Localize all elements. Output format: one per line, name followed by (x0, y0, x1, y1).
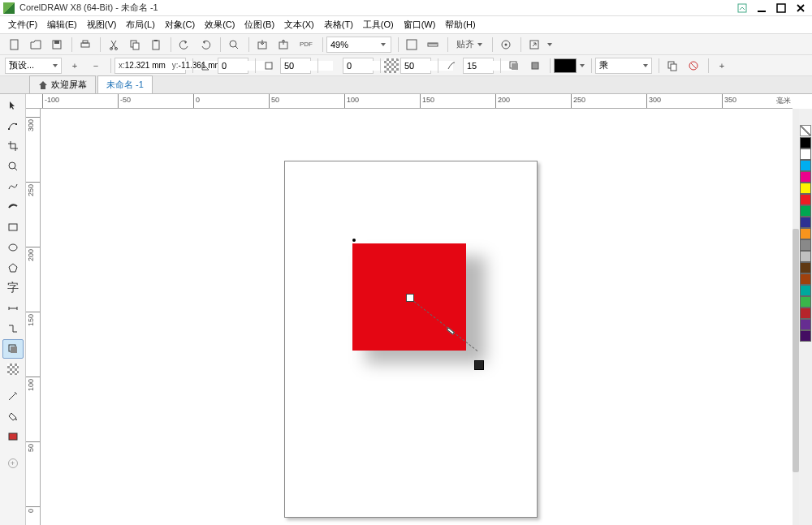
freehand-tool[interactable] (2, 177, 24, 196)
copy-shadow-button[interactable] (663, 57, 682, 75)
menu-table[interactable]: 表格(T) (319, 17, 358, 32)
export-button[interactable] (274, 36, 293, 54)
color-swatch[interactable] (800, 319, 811, 330)
color-swatch[interactable] (800, 171, 811, 183)
menu-effects[interactable]: 效果(C) (200, 17, 240, 32)
open-button[interactable] (26, 36, 45, 54)
menu-help[interactable]: 帮助(H) (440, 17, 480, 32)
transparency-tool[interactable] (2, 359, 24, 379)
redo-button[interactable] (196, 36, 215, 54)
svg-rect-1 (758, 11, 766, 12)
ellipse-tool[interactable] (2, 238, 24, 257)
color-swatch[interactable] (800, 183, 811, 194)
polygon-tool[interactable] (2, 258, 24, 278)
smart-fill-tool[interactable] (2, 427, 24, 446)
color-swatch[interactable] (800, 217, 811, 228)
add-toolbar-button[interactable]: + (712, 57, 732, 75)
menu-bitmap[interactable]: 位图(B) (240, 17, 279, 32)
print-button[interactable] (76, 36, 95, 54)
menu-text[interactable]: 文本(X) (279, 17, 319, 32)
maximize-button[interactable] (773, 2, 789, 15)
menu-edit[interactable]: 编辑(E) (42, 17, 82, 32)
text-tool[interactable]: 字 (2, 278, 24, 298)
tab-welcome[interactable]: 欢迎屏幕 (29, 75, 96, 93)
scrollbar-thumb[interactable] (793, 229, 799, 472)
add-preset-button[interactable]: + (65, 57, 84, 75)
color-swatch[interactable] (800, 160, 811, 171)
clear-shadow-button[interactable] (684, 57, 703, 75)
zoom-tool[interactable] (2, 157, 24, 176)
publish-pdf-button[interactable]: PDF (295, 36, 317, 54)
close-button[interactable] (793, 2, 809, 15)
minimize-button[interactable] (754, 2, 770, 15)
color-swatch[interactable] (800, 205, 811, 217)
color-swatch[interactable] (800, 262, 811, 273)
preset-dropdown[interactable]: 预设... (5, 58, 62, 74)
snap-button[interactable]: 贴齐 (451, 36, 487, 54)
color-swatch[interactable] (800, 296, 811, 308)
fade-field[interactable] (343, 58, 374, 74)
fullscreen-button[interactable] (402, 36, 421, 54)
color-swatch[interactable] (800, 148, 811, 160)
angle-field[interactable] (218, 58, 248, 74)
rotation-center-marker[interactable] (352, 239, 356, 242)
stretch-field[interactable] (280, 58, 311, 74)
shadow-end-handle[interactable] (474, 360, 484, 370)
paste-button[interactable] (146, 36, 166, 54)
direction-button[interactable] (504, 57, 524, 75)
color-swatch[interactable] (800, 273, 811, 285)
launch-button[interactable] (525, 36, 544, 54)
doc-switch-icon[interactable] (734, 2, 750, 15)
connector-tool[interactable] (2, 319, 24, 338)
menu-layout[interactable]: 布局(L) (121, 17, 159, 32)
no-color-swatch[interactable] (800, 125, 811, 136)
menu-view[interactable]: 视图(V) (82, 17, 122, 32)
undo-button[interactable] (175, 36, 194, 54)
color-swatch[interactable] (800, 308, 811, 319)
shadow-start-handle[interactable] (406, 294, 414, 302)
search-button[interactable] (224, 36, 244, 54)
zoom-field[interactable] (326, 37, 391, 53)
options-button[interactable] (496, 36, 516, 54)
cut-button[interactable] (104, 36, 123, 54)
color-swatch[interactable] (800, 239, 811, 251)
rectangle-tool[interactable] (2, 217, 24, 237)
shadow-color-well[interactable] (554, 58, 577, 73)
color-swatch[interactable] (800, 251, 811, 262)
new-button[interactable] (5, 36, 24, 54)
artistic-media-tool[interactable] (2, 197, 24, 217)
menu-object[interactable]: 对象(C) (160, 17, 200, 32)
eyedropper-tool[interactable] (2, 386, 24, 406)
edge-button[interactable] (525, 57, 545, 75)
crop-tool[interactable] (2, 136, 24, 156)
opacity-field[interactable] (400, 58, 431, 74)
color-swatch[interactable] (800, 330, 811, 342)
menu-window[interactable]: 窗口(W) (399, 17, 441, 32)
menu-file[interactable]: 文件(F) (3, 17, 42, 32)
expand-toolbox-button[interactable]: + (2, 454, 24, 473)
canvas[interactable] (41, 109, 793, 525)
vertical-scrollbar[interactable] (793, 109, 799, 525)
copy-button[interactable] (125, 36, 145, 54)
zoom-input[interactable] (330, 40, 379, 49)
import-button[interactable] (253, 36, 272, 54)
color-swatch[interactable] (800, 137, 811, 148)
feather-field[interactable] (463, 58, 494, 74)
tab-document[interactable]: 未命名 -1 (97, 75, 153, 93)
shape-tool[interactable] (2, 116, 24, 136)
color-swatch[interactable] (800, 285, 811, 296)
save-button[interactable] (47, 36, 67, 54)
blend-dropdown[interactable]: 乘 (595, 58, 652, 74)
color-swatch[interactable] (800, 228, 811, 239)
rulers-button[interactable] (423, 36, 443, 54)
color-swatch[interactable] (800, 194, 811, 205)
fade-icon (322, 57, 341, 75)
parallel-dim-tool[interactable] (2, 299, 24, 318)
menu-tools[interactable]: 工具(O) (358, 17, 399, 32)
x-input[interactable] (125, 61, 172, 70)
remove-preset-button[interactable]: − (86, 57, 106, 75)
interactive-fill-tool[interactable] (2, 407, 24, 426)
position-field[interactable]: x: y: (114, 58, 186, 74)
drop-shadow-tool[interactable] (2, 339, 24, 359)
pick-tool[interactable] (2, 96, 24, 115)
